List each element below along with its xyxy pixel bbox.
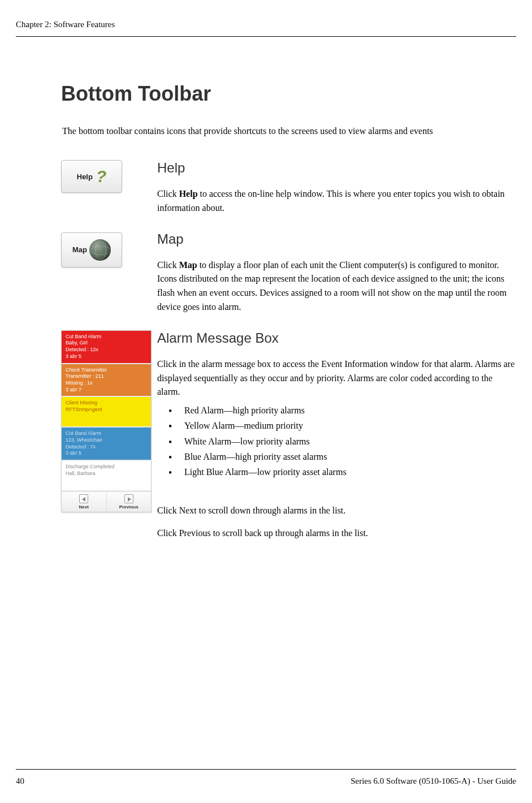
alarm-item-red[interactable]: Cut Band Alarm Baby, Girl Detected : 12x… xyxy=(62,331,151,364)
help-section: Help ? Help Click Help to access the on-… xyxy=(61,160,516,215)
alarm-nav: Next Previous xyxy=(62,491,151,512)
next-icon xyxy=(79,494,88,503)
alarm-previous-text: Click Previous to scroll back up through… xyxy=(157,526,516,541)
list-item: Red Alarm—high priority alarms xyxy=(168,403,516,418)
map-text: Click Map to display a floor plan of eac… xyxy=(157,258,516,314)
help-button-label: Help xyxy=(77,172,93,181)
list-item: Blue Alarm—high priority asset alarms xyxy=(168,449,516,464)
map-button[interactable]: Map xyxy=(61,232,122,267)
map-section: Map Map Click Map to display a floor pla… xyxy=(61,231,516,314)
list-item: Light Blue Alarm—low priority asset alar… xyxy=(168,464,516,480)
page-title: Bottom Toolbar xyxy=(61,82,516,106)
footer-right: Series 6.0 Software (0510-1065-A) - User… xyxy=(351,776,516,786)
intro-text: The bottom toolbar contains icons that p… xyxy=(61,126,516,136)
map-button-label: Map xyxy=(72,245,87,254)
help-text: Click Help to access the on-line help wi… xyxy=(157,187,516,215)
alarm-intro: Click in the alarm message box to access… xyxy=(157,357,516,399)
map-heading: Map xyxy=(157,231,516,247)
help-heading: Help xyxy=(157,160,516,176)
chapter-header: Chapter 2: Software Features xyxy=(16,20,516,37)
alarm-item-orange[interactable]: Check Transmitter Transmitter : 211 Miss… xyxy=(62,364,151,398)
help-button[interactable]: Help ? xyxy=(61,160,122,193)
alarm-next-text: Click Next to scroll down through alarms… xyxy=(157,503,516,518)
alarm-bullet-list: Red Alarm—high priority alarms Yellow Al… xyxy=(157,403,516,480)
alarm-item-white[interactable]: Discharge Completed Hall, Barbara xyxy=(62,461,151,491)
alarm-heading: Alarm Message Box xyxy=(157,330,516,346)
page-number: 40 xyxy=(16,776,24,786)
globe-icon xyxy=(89,239,111,261)
alarm-message-box[interactable]: Cut Band Alarm Baby, Girl Detected : 12x… xyxy=(61,330,152,512)
list-item: Yellow Alarm—medium priority xyxy=(168,418,516,433)
alarm-item-yellow[interactable]: Client Missing RFTSnmpAgent xyxy=(62,397,151,428)
alarm-section: Cut Band Alarm Baby, Girl Detected : 12x… xyxy=(61,330,516,549)
alarm-previous-button[interactable]: Previous xyxy=(107,492,152,512)
page-footer: 40 Series 6.0 Software (0510-1065-A) - U… xyxy=(16,769,516,786)
question-mark-icon: ? xyxy=(96,167,106,186)
alarm-item-blue[interactable]: Cut Band Alarm 123, Wheelchair Detected … xyxy=(62,428,151,461)
list-item: White Alarm—low priority alarms xyxy=(168,434,516,449)
previous-icon xyxy=(124,494,133,503)
alarm-next-button[interactable]: Next xyxy=(62,492,107,512)
